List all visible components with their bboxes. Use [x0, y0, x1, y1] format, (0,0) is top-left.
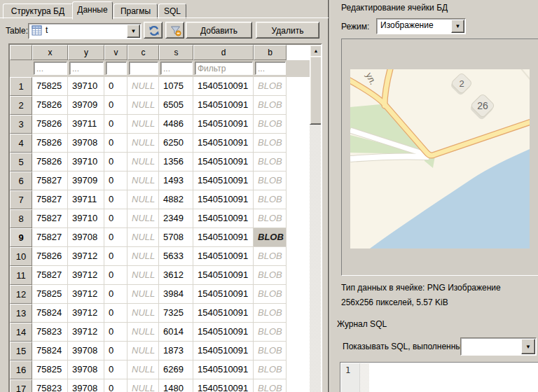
- cell-b[interactable]: BLOB: [254, 209, 287, 228]
- filter-input-x[interactable]: [34, 62, 67, 75]
- cell-s[interactable]: 6269: [159, 360, 193, 379]
- cell-y[interactable]: 39708: [68, 228, 104, 247]
- cell-v[interactable]: 0: [104, 134, 127, 153]
- row-header[interactable]: 1: [10, 77, 32, 96]
- cell-b[interactable]: BLOB: [254, 379, 287, 392]
- row-header[interactable]: 5: [10, 153, 32, 172]
- cell-s[interactable]: 3984: [159, 285, 193, 304]
- cell-x[interactable]: 75827: [32, 172, 68, 190]
- table-row[interactable]: 14 75823 39712 0 NULL 6014 1540510091 BL…: [10, 323, 321, 342]
- cell-b[interactable]: BLOB: [254, 134, 287, 153]
- cell-v[interactable]: 0: [104, 228, 127, 247]
- cell-c[interactable]: NULL: [127, 96, 159, 115]
- cell-c[interactable]: NULL: [127, 77, 159, 96]
- table-row[interactable]: 16 75825 39708 0 NULL 6269 1540510091 BL…: [10, 360, 321, 379]
- row-header[interactable]: 11: [10, 266, 32, 285]
- cell-d[interactable]: 1540510091: [193, 360, 254, 379]
- cell-y[interactable]: 39712: [68, 323, 104, 342]
- filter-input-y[interactable]: [69, 62, 104, 75]
- row-header[interactable]: 13: [10, 304, 32, 323]
- cell-v[interactable]: 0: [104, 247, 127, 266]
- cell-s[interactable]: 1873: [159, 342, 193, 360]
- cell-s[interactable]: 1356: [159, 153, 193, 172]
- cell-d[interactable]: 1540510091: [193, 96, 254, 115]
- cell-v[interactable]: 0: [104, 115, 127, 134]
- filter-button[interactable]: [165, 22, 184, 38]
- cell-y[interactable]: 39711: [68, 190, 104, 209]
- cell-d[interactable]: 1540510091: [193, 190, 254, 209]
- cell-d[interactable]: 1540510091: [193, 342, 254, 360]
- cell-s[interactable]: 1480: [159, 379, 193, 392]
- cell-d[interactable]: 1540510091: [193, 77, 254, 96]
- cell-b[interactable]: BLOB: [254, 285, 287, 304]
- mode-select-dropdown[interactable]: ▼: [451, 20, 464, 33]
- cell-b[interactable]: BLOB: [254, 153, 287, 172]
- cell-c[interactable]: NULL: [127, 323, 159, 342]
- cell-c[interactable]: NULL: [127, 153, 159, 172]
- cell-d[interactable]: 1540510091: [193, 209, 254, 228]
- cell-x[interactable]: 75824: [32, 342, 68, 360]
- table-row[interactable]: 3 75826 39711 0 NULL 4486 1540510091 BLO…: [10, 115, 321, 134]
- cell-s[interactable]: 5708: [159, 228, 193, 247]
- row-header[interactable]: 17: [10, 379, 32, 392]
- cell-y[interactable]: 39712: [68, 285, 104, 304]
- cell-v[interactable]: 0: [104, 342, 127, 360]
- row-header[interactable]: 4: [10, 134, 32, 153]
- cell-v[interactable]: 0: [104, 304, 127, 323]
- cell-c[interactable]: NULL: [127, 266, 159, 285]
- cell-x[interactable]: 75826: [32, 115, 68, 134]
- column-header-d[interactable]: d: [193, 45, 254, 60]
- cell-s[interactable]: 6505: [159, 96, 193, 115]
- cell-x[interactable]: 75827: [32, 209, 68, 228]
- tab-db-structure[interactable]: Структура БД: [3, 4, 73, 19]
- cell-y[interactable]: 39710: [68, 153, 104, 172]
- cell-c[interactable]: NULL: [127, 228, 159, 247]
- table-row[interactable]: 6 75827 39709 0 NULL 1493 1540510091 BLO…: [10, 172, 321, 190]
- table-row[interactable]: 1 75825 39710 0 NULL 1075 1540510091 BLO…: [10, 77, 321, 96]
- cell-v[interactable]: 0: [104, 266, 127, 285]
- table-row[interactable]: 5 75826 39710 0 NULL 1356 1540510091 BLO…: [10, 153, 321, 172]
- table-row[interactable]: 7 75827 39711 0 NULL 4882 1540510091 BLO…: [10, 190, 321, 209]
- cell-b[interactable]: BLOB: [254, 342, 287, 360]
- cell-y[interactable]: 39710: [68, 77, 104, 96]
- cell-y[interactable]: 39712: [68, 304, 104, 323]
- tab-data[interactable]: Данные: [72, 1, 113, 20]
- cell-y[interactable]: 39711: [68, 115, 104, 134]
- row-header[interactable]: 14: [10, 323, 32, 342]
- cell-b[interactable]: BLOB: [254, 228, 287, 247]
- cell-b[interactable]: BLOB: [254, 190, 287, 209]
- filter-input-s[interactable]: [160, 62, 193, 75]
- row-header[interactable]: 9: [10, 228, 32, 247]
- cell-v[interactable]: 0: [104, 285, 127, 304]
- cell-y[interactable]: 39708: [68, 360, 104, 379]
- scrollbar-thumb[interactable]: [310, 56, 322, 125]
- cell-x[interactable]: 75824: [32, 304, 68, 323]
- cell-c[interactable]: NULL: [127, 209, 159, 228]
- cell-d[interactable]: 1540510091: [193, 285, 254, 304]
- filter-input-c[interactable]: [129, 62, 158, 75]
- column-header-c[interactable]: c: [127, 45, 159, 60]
- cell-x[interactable]: 75827: [32, 190, 68, 209]
- cell-b[interactable]: BLOB: [254, 266, 287, 285]
- cell-v[interactable]: 0: [104, 77, 127, 96]
- panel-splitter[interactable]: [328, 0, 330, 392]
- table-select[interactable]: t ▼: [28, 23, 142, 39]
- filter-input-b[interactable]: [255, 62, 286, 75]
- vertical-scrollbar[interactable]: ▲: [310, 45, 321, 392]
- cell-d[interactable]: 1540510091: [193, 172, 254, 190]
- cell-y[interactable]: 39712: [68, 266, 104, 285]
- cell-b[interactable]: BLOB: [254, 247, 287, 266]
- cell-x[interactable]: 75823: [32, 323, 68, 342]
- cell-c[interactable]: NULL: [127, 285, 159, 304]
- cell-s[interactable]: 1075: [159, 77, 193, 96]
- cell-x[interactable]: 75825: [32, 360, 68, 379]
- table-row[interactable]: 8 75827 39710 0 NULL 2349 1540510091 BLO…: [10, 209, 321, 228]
- cell-y[interactable]: 39709: [68, 96, 104, 115]
- cell-v[interactable]: 0: [104, 360, 127, 379]
- cell-x[interactable]: 75827: [32, 266, 68, 285]
- sql-log-filter-select[interactable]: ▼: [460, 337, 537, 356]
- cell-x[interactable]: 75826: [32, 96, 68, 115]
- table-row[interactable]: 11 75827 39712 0 NULL 3612 1540510091 BL…: [10, 266, 321, 285]
- cell-s[interactable]: 1493: [159, 172, 193, 190]
- cell-d[interactable]: 1540510091: [193, 115, 254, 134]
